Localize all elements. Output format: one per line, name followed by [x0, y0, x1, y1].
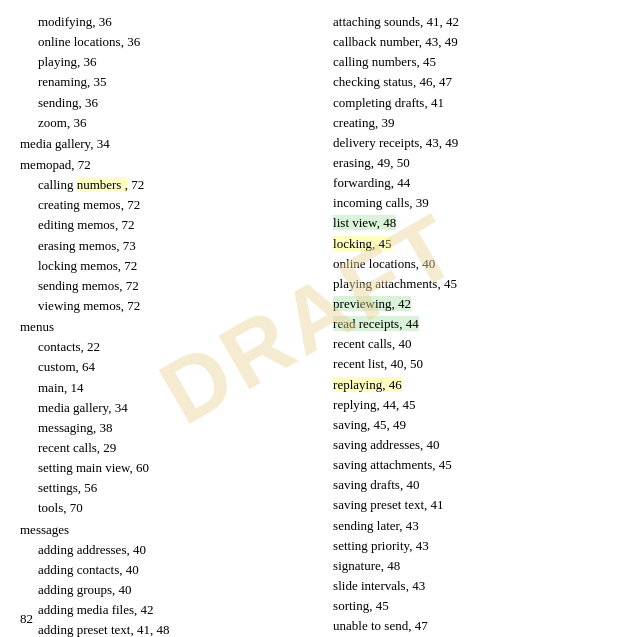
index-sub-entry: playing, 36	[20, 52, 295, 72]
index-sub-entry: slide intervals, 43	[315, 576, 600, 596]
index-sub-entry: messaging, 38	[20, 418, 295, 438]
index-sub-entry: setting main view, 60	[20, 458, 295, 478]
index-main-entry: memopad, 72	[20, 155, 295, 175]
index-sub-entry: editing memos, 72	[20, 215, 295, 235]
index-main-entry: media gallery, 34	[20, 134, 295, 154]
index-sub-entry: saving, 45, 49	[315, 415, 600, 435]
index-sub-entry: saving addresses, 40	[315, 435, 600, 455]
index-sub-entry: locking memos, 72	[20, 256, 295, 276]
index-sub-entry: incoming calls, 39	[315, 193, 600, 213]
index-sub-entry: forwarding, 44	[315, 173, 600, 193]
index-sub-entry: list view, 48	[315, 213, 600, 233]
index-sub-entry: previewing, 42	[315, 294, 600, 314]
index-sub-entry: playing attachments, 45	[315, 274, 600, 294]
index-columns: modifying, 36online locations, 36playing…	[20, 12, 600, 637]
index-sub-entry: contacts, 22	[20, 337, 295, 357]
index-sub-entry: checking status, 46, 47	[315, 72, 600, 92]
index-sub-entry: saving preset text, 41	[315, 495, 600, 515]
page-number: 82	[20, 611, 33, 627]
index-sub-entry: media gallery, 34	[20, 398, 295, 418]
index-sub-entry: adding addresses, 40	[20, 540, 295, 560]
right-column: attaching sounds, 41, 42callback number,…	[305, 12, 600, 637]
index-sub-entry: modifying, 36	[20, 12, 295, 32]
index-sub-entry: attaching sounds, 41, 42	[315, 12, 600, 32]
index-sub-entry: settings, 56	[20, 478, 295, 498]
index-sub-entry: delivery receipts, 43, 49	[315, 133, 600, 153]
index-sub-entry: online locations, 40	[315, 254, 600, 274]
index-sub-entry: calling numbers , 72	[20, 175, 295, 195]
index-sub-entry: callback number, 43, 49	[315, 32, 600, 52]
index-sub-entry: creating, 39	[315, 113, 600, 133]
index-sub-entry: replying, 44, 45	[315, 395, 600, 415]
index-sub-entry: erasing, 49, 50	[315, 153, 600, 173]
index-sub-entry: erasing memos, 73	[20, 236, 295, 256]
index-main-entry: messages	[20, 520, 295, 540]
index-sub-entry: replaying, 46	[315, 375, 600, 395]
index-sub-entry: adding contacts, 40	[20, 560, 295, 580]
index-sub-entry: tools, 70	[20, 498, 295, 518]
index-sub-entry: completing drafts, 41	[315, 93, 600, 113]
index-sub-entry: zoom, 36	[20, 113, 295, 133]
index-sub-entry: sending, 36	[20, 93, 295, 113]
index-sub-entry: recent calls, 40	[315, 334, 600, 354]
index-main-entry: menus	[20, 317, 295, 337]
index-sub-entry: online locations, 36	[20, 32, 295, 52]
index-sub-entry: signature, 48	[315, 556, 600, 576]
index-sub-entry: creating memos, 72	[20, 195, 295, 215]
index-sub-entry: main, 14	[20, 378, 295, 398]
index-sub-entry: sending memos, 72	[20, 276, 295, 296]
index-sub-entry: unable to send, 47	[315, 616, 600, 636]
page: DRAFT modifying, 36online locations, 36p…	[0, 0, 620, 637]
index-sub-entry: sending later, 43	[315, 516, 600, 536]
index-sub-entry: adding preset text, 41, 48	[20, 620, 295, 637]
index-sub-entry: saving drafts, 40	[315, 475, 600, 495]
index-sub-entry: setting priority, 43	[315, 536, 600, 556]
index-sub-entry: calling numbers, 45	[315, 52, 600, 72]
index-sub-entry: renaming, 35	[20, 72, 295, 92]
index-sub-entry: recent list, 40, 50	[315, 354, 600, 374]
index-sub-entry: saving attachments, 45	[315, 455, 600, 475]
index-sub-entry: adding media files, 42	[20, 600, 295, 620]
index-sub-entry: sorting, 45	[315, 596, 600, 616]
index-sub-entry: adding groups, 40	[20, 580, 295, 600]
index-sub-entry: locking, 45	[315, 234, 600, 254]
index-sub-entry: custom, 64	[20, 357, 295, 377]
index-sub-entry: recent calls, 29	[20, 438, 295, 458]
index-sub-entry: viewing memos, 72	[20, 296, 295, 316]
index-sub-entry: read receipts, 44	[315, 314, 600, 334]
left-column: modifying, 36online locations, 36playing…	[20, 12, 305, 637]
